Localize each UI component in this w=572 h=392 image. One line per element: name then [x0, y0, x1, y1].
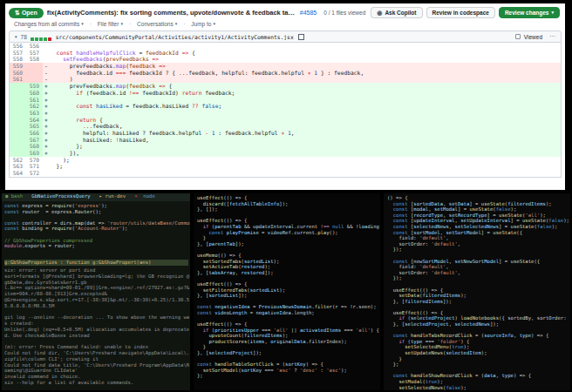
- code-line: sortOrder: 'default',: [387, 270, 570, 276]
- code-token: [23, 193, 31, 199]
- code-line: [197, 315, 380, 321]
- code-token: ) => {: [514, 373, 531, 378]
- old-line-number[interactable]: [10, 83, 26, 90]
- old-line-number[interactable]: [10, 110, 26, 117]
- code-line: [197, 356, 380, 362]
- terminal-tabbar[interactable]: ● bash GbNativeProcessQuery ▸ run-dev × …: [2, 193, 190, 201]
- new-line-number[interactable]: 572: [26, 170, 43, 177]
- diff-sign: [43, 157, 50, 164]
- code-token: 'default': [432, 241, 458, 247]
- code-token: null: [332, 224, 344, 229]
- new-line-number[interactable]: 566: [26, 130, 43, 137]
- code-token: };: [50, 143, 83, 149]
- code-token: ();: [330, 230, 338, 235]
- review-changes-button[interactable]: Review changes ▾: [499, 7, 560, 18]
- code-token: [387, 310, 393, 315]
- code-token: = (: [274, 362, 285, 367]
- code-line: setSortedTabs(sortedList);: [197, 259, 380, 265]
- code-token: ,: [449, 321, 455, 327]
- code-line: ● bash GbNativeProcessQuery ▸ run-dev × …: [5, 193, 190, 199]
- old-line-number[interactable]: 563: [10, 163, 26, 170]
- old-line-number[interactable]: [10, 143, 26, 150]
- new-line-number[interactable]: 562: [26, 103, 43, 110]
- code-line: field: 'default',: [387, 235, 570, 241]
- new-line-number[interactable]: [26, 70, 43, 77]
- new-line-number[interactable]: 563: [26, 110, 43, 117]
- collapse-file-chevron-icon[interactable]: ▾: [15, 34, 17, 39]
- old-line-number[interactable]: 560: [10, 70, 26, 77]
- viewed-checkbox[interactable]: [515, 34, 521, 39]
- old-line-number[interactable]: 562: [10, 157, 26, 164]
- ask-copilot-button[interactable]: ◉ Ask Copilot: [371, 7, 422, 18]
- code-token: hasLiked: [96, 103, 122, 109]
- old-line-number[interactable]: 561: [10, 76, 26, 83]
- code-token: setNewSortModel: [455, 259, 500, 264]
- code-token: upvoteCount: [208, 333, 241, 338]
- code-token: if: [203, 224, 209, 229]
- code-token: [387, 224, 393, 229]
- code-token: [387, 333, 393, 338]
- code-token: const: [208, 230, 223, 235]
- copy-path-icon[interactable]: [299, 35, 303, 39]
- old-line-number[interactable]: [10, 137, 26, 144]
- toolbar-menu-jump-to[interactable]: Jump to▾: [179, 21, 215, 27]
- new-line-number[interactable]: 570: [26, 157, 43, 164]
- new-line-number[interactable]: 559: [26, 83, 43, 90]
- code-token: (() => {: [223, 195, 247, 200]
- new-line-number[interactable]: 568: [26, 143, 43, 150]
- code-token: ({ sortedBy, sortOrder:: [499, 315, 569, 321]
- code-token: sortKey: [242, 368, 262, 373]
- old-line-number[interactable]: 559: [10, 63, 26, 70]
- diff-code: setFeedbacks(prevFeedbacks =>: [50, 56, 561, 63]
- new-line-number[interactable]: [26, 76, 43, 83]
- new-line-number[interactable]: 569: [26, 150, 43, 157]
- code-token: {: [166, 83, 173, 89]
- pr-number[interactable]: #4585: [300, 10, 317, 16]
- code-token: feedback,: [92, 123, 122, 129]
- old-line-number[interactable]: [10, 123, 26, 130]
- old-line-number[interactable]: [10, 90, 26, 97]
- old-line-number[interactable]: [10, 150, 26, 157]
- code-token: );: [460, 293, 466, 298]
- new-line-number[interactable]: 564: [26, 117, 43, 124]
- file-path[interactable]: src/components/CommunityPortal/Activitie…: [56, 34, 294, 40]
- new-line-number[interactable]: 556: [26, 43, 43, 50]
- diffstat-square: [39, 37, 43, 41]
- review-in-codespace-button[interactable]: Review in codespace: [426, 7, 495, 18]
- old-line-number[interactable]: 558: [10, 56, 26, 63]
- old-line-number[interactable]: [10, 117, 26, 124]
- new-line-number[interactable]: 567: [26, 137, 43, 144]
- old-line-number[interactable]: 557: [10, 50, 26, 57]
- code-line: [387, 328, 570, 334]
- new-line-number[interactable]: 557: [26, 50, 43, 57]
- new-line-number[interactable]: 558: [26, 56, 43, 63]
- new-line-number[interactable]: 565: [26, 123, 43, 130]
- toolbar-menu-file-filter[interactable]: File filter▾: [85, 21, 123, 27]
- code-token: [197, 328, 203, 333]
- code-token: feedbackId ? {: [126, 70, 179, 76]
- toolbar-menu-changes-from-all-commits[interactable]: Changes from all commits▾: [14, 21, 84, 27]
- file-options-kebab-icon[interactable]: ⋯: [549, 33, 555, 40]
- diff-row-add: 568+ };: [10, 143, 561, 150]
- new-line-number[interactable]: [26, 63, 43, 70]
- old-line-number[interactable]: [10, 130, 26, 137]
- code-token: sortModel: [413, 230, 439, 235]
- old-line-number[interactable]: 564: [10, 170, 26, 177]
- old-line-number[interactable]: [10, 97, 26, 104]
- terminal-line: (m): error: Press Command failed: unable…: [4, 344, 190, 350]
- code-token: ===: [422, 339, 437, 344]
- old-line-number[interactable]: 556: [10, 43, 26, 50]
- code-token: =: [259, 230, 268, 235]
- toolbar-menu-conversations[interactable]: Conversations▾: [125, 21, 177, 27]
- new-line-number[interactable]: 560: [26, 90, 43, 97]
- code-token: .filterIndex);: [306, 339, 347, 344]
- old-line-number[interactable]: [10, 103, 26, 110]
- code-token: type: [411, 339, 422, 344]
- terminal-line: [4, 339, 190, 345]
- code-token: setData: [449, 201, 470, 206]
- new-line-number[interactable]: 571: [26, 163, 43, 170]
- terminal-line: six --help for a list of available comma…: [4, 380, 190, 386]
- new-line-number[interactable]: 561: [26, 97, 43, 104]
- code-token: setSortedTabs: [203, 259, 242, 264]
- diff-row-add: 565+ ...feedback,: [10, 123, 561, 130]
